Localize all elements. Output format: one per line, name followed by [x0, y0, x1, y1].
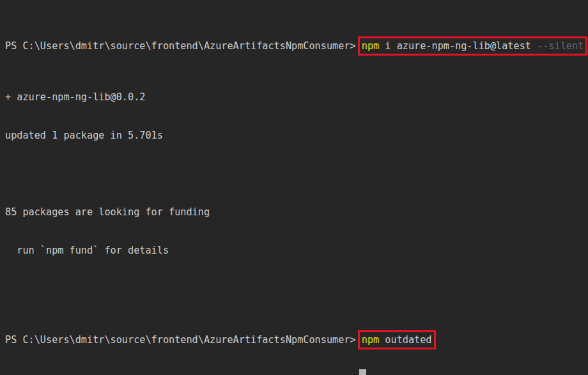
- funding-hint: run `npm fund` for details: [5, 244, 588, 257]
- silent-flag: --silent: [531, 40, 584, 52]
- powershell-terminal[interactable]: PS C:\Users\dmitr\source\frontend\AzureA…: [0, 0, 588, 375]
- prompt-line-outdated: PS C:\Users\dmitr\source\frontend\AzureA…: [5, 333, 588, 346]
- blank-line: [5, 167, 588, 180]
- blank-line: [5, 282, 588, 295]
- install-output-added: + azure-npm-ng-lib@0.0.2: [5, 91, 588, 103]
- funding-message: 85 packages are looking for funding: [5, 206, 588, 218]
- npm-command: npm: [362, 334, 379, 346]
- prompt-line-install: PS C:\Users\dmitr\source\frontend\AzureA…: [5, 40, 588, 52]
- command-highlight-box: npm outdated: [362, 334, 432, 346]
- prompt-text: PS C:\Users\dmitr\source\frontend\AzureA…: [5, 40, 362, 52]
- terminal-cursor: [359, 369, 366, 375]
- npm-outdated-args: outdated: [379, 334, 431, 346]
- prompt-text: PS C:\Users\dmitr\source\frontend\AzureA…: [5, 334, 362, 346]
- command-highlight-box: npm i azure-npm-ng-lib@latest --silent: [362, 40, 584, 52]
- npm-install-args: i azure-npm-ng-lib@latest: [379, 40, 531, 52]
- npm-command: npm: [362, 40, 379, 52]
- install-output-summary: updated 1 package in 5.701s: [5, 129, 588, 142]
